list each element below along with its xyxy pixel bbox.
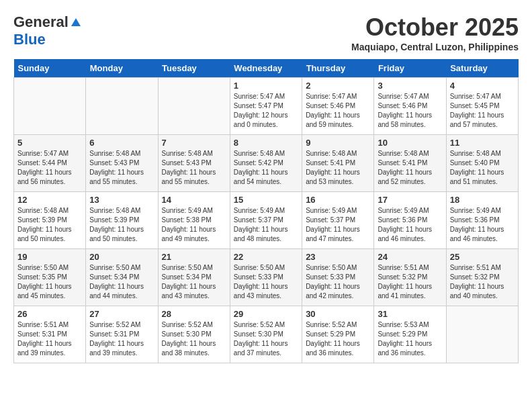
logo-arrow-icon [70,17,82,29]
day-number: 12 [17,195,82,205]
day-info: Sunrise: 5:49 AM Sunset: 5:38 PM Dayligh… [162,206,226,244]
calendar-table: SundayMondayTuesdayWednesdayThursdayFrid… [13,59,519,363]
calendar-week-2: 5Sunrise: 5:47 AM Sunset: 5:44 PM Daylig… [14,135,519,192]
day-info: Sunrise: 5:48 AM Sunset: 5:39 PM Dayligh… [89,206,154,244]
calendar-cell: 13Sunrise: 5:48 AM Sunset: 5:39 PM Dayli… [86,192,158,249]
calendar-cell: 9Sunrise: 5:48 AM Sunset: 5:41 PM Daylig… [302,135,374,192]
day-number: 24 [378,252,442,262]
day-info: Sunrise: 5:53 AM Sunset: 5:29 PM Dayligh… [378,320,442,358]
day-number: 3 [378,81,442,91]
day-number: 9 [306,138,370,148]
calendar-cell: 22Sunrise: 5:50 AM Sunset: 5:33 PM Dayli… [230,249,302,306]
day-number: 14 [162,195,226,205]
location: Maquiapo, Central Luzon, Philippines [351,42,519,52]
calendar-cell: 3Sunrise: 5:47 AM Sunset: 5:46 PM Daylig… [374,78,446,135]
calendar-cell: 26Sunrise: 5:51 AM Sunset: 5:31 PM Dayli… [14,306,86,363]
title-section: October 2025 Maquiapo, Central Luzon, Ph… [351,13,519,52]
calendar-cell: 17Sunrise: 5:49 AM Sunset: 5:36 PM Dayli… [374,192,446,249]
calendar-week-1: 1Sunrise: 5:47 AM Sunset: 5:47 PM Daylig… [14,78,519,135]
day-number: 4 [450,81,515,91]
logo-general: General [13,13,69,31]
day-number: 10 [378,138,442,148]
day-info: Sunrise: 5:48 AM Sunset: 5:41 PM Dayligh… [306,149,370,187]
day-info: Sunrise: 5:52 AM Sunset: 5:30 PM Dayligh… [162,320,226,358]
day-info: Sunrise: 5:49 AM Sunset: 5:37 PM Dayligh… [234,206,298,244]
day-number: 23 [306,252,370,262]
day-number: 11 [450,138,515,148]
day-info: Sunrise: 5:52 AM Sunset: 5:30 PM Dayligh… [234,320,298,358]
svg-marker-0 [71,18,81,26]
calendar-cell: 14Sunrise: 5:49 AM Sunset: 5:38 PM Dayli… [158,192,230,249]
day-header-sunday: Sunday [14,59,86,78]
calendar-cell: 15Sunrise: 5:49 AM Sunset: 5:37 PM Dayli… [230,192,302,249]
calendar-cell: 10Sunrise: 5:48 AM Sunset: 5:41 PM Dayli… [374,135,446,192]
day-info: Sunrise: 5:49 AM Sunset: 5:36 PM Dayligh… [378,206,442,244]
day-number: 29 [234,309,298,319]
day-number: 17 [378,195,442,205]
day-number: 31 [378,309,442,319]
calendar-header-row: SundayMondayTuesdayWednesdayThursdayFrid… [14,59,519,78]
day-number: 16 [306,195,370,205]
day-number: 25 [450,252,515,262]
calendar-cell: 4Sunrise: 5:47 AM Sunset: 5:45 PM Daylig… [446,78,518,135]
logo-blue: Blue [13,31,46,48]
day-header-wednesday: Wednesday [230,59,302,78]
calendar-cell: 19Sunrise: 5:50 AM Sunset: 5:35 PM Dayli… [14,249,86,306]
calendar-cell: 20Sunrise: 5:50 AM Sunset: 5:34 PM Dayli… [86,249,158,306]
calendar-cell: 21Sunrise: 5:50 AM Sunset: 5:34 PM Dayli… [158,249,230,306]
day-info: Sunrise: 5:51 AM Sunset: 5:31 PM Dayligh… [17,320,82,358]
calendar-week-5: 26Sunrise: 5:51 AM Sunset: 5:31 PM Dayli… [14,306,519,363]
day-info: Sunrise: 5:52 AM Sunset: 5:31 PM Dayligh… [89,320,154,358]
day-header-monday: Monday [86,59,158,78]
calendar-cell: 11Sunrise: 5:48 AM Sunset: 5:40 PM Dayli… [446,135,518,192]
day-info: Sunrise: 5:50 AM Sunset: 5:33 PM Dayligh… [306,263,370,301]
day-info: Sunrise: 5:47 AM Sunset: 5:46 PM Dayligh… [378,92,442,130]
calendar-cell: 28Sunrise: 5:52 AM Sunset: 5:30 PM Dayli… [158,306,230,363]
day-header-saturday: Saturday [446,59,518,78]
day-info: Sunrise: 5:51 AM Sunset: 5:32 PM Dayligh… [378,263,442,301]
day-info: Sunrise: 5:50 AM Sunset: 5:35 PM Dayligh… [17,263,82,301]
day-number: 1 [234,81,298,91]
day-info: Sunrise: 5:51 AM Sunset: 5:32 PM Dayligh… [450,263,515,301]
calendar-cell: 23Sunrise: 5:50 AM Sunset: 5:33 PM Dayli… [302,249,374,306]
calendar-cell: 16Sunrise: 5:49 AM Sunset: 5:37 PM Dayli… [302,192,374,249]
day-number: 22 [234,252,298,262]
calendar-week-3: 12Sunrise: 5:48 AM Sunset: 5:39 PM Dayli… [14,192,519,249]
day-number: 19 [17,252,82,262]
day-info: Sunrise: 5:48 AM Sunset: 5:41 PM Dayligh… [378,149,442,187]
calendar-cell: 18Sunrise: 5:49 AM Sunset: 5:36 PM Dayli… [446,192,518,249]
day-info: Sunrise: 5:48 AM Sunset: 5:40 PM Dayligh… [450,149,515,187]
day-number: 8 [234,138,298,148]
day-info: Sunrise: 5:47 AM Sunset: 5:44 PM Dayligh… [17,149,82,187]
calendar-cell: 24Sunrise: 5:51 AM Sunset: 5:32 PM Dayli… [374,249,446,306]
calendar-cell: 5Sunrise: 5:47 AM Sunset: 5:44 PM Daylig… [14,135,86,192]
day-number: 2 [306,81,370,91]
calendar-cell: 30Sunrise: 5:52 AM Sunset: 5:29 PM Dayli… [302,306,374,363]
day-info: Sunrise: 5:47 AM Sunset: 5:47 PM Dayligh… [234,92,298,130]
day-number: 27 [89,309,154,319]
calendar-cell: 27Sunrise: 5:52 AM Sunset: 5:31 PM Dayli… [86,306,158,363]
day-number: 21 [162,252,226,262]
calendar-cell: 29Sunrise: 5:52 AM Sunset: 5:30 PM Dayli… [230,306,302,363]
day-number: 7 [162,138,226,148]
calendar-cell: 6Sunrise: 5:48 AM Sunset: 5:43 PM Daylig… [86,135,158,192]
day-info: Sunrise: 5:50 AM Sunset: 5:34 PM Dayligh… [89,263,154,301]
day-info: Sunrise: 5:48 AM Sunset: 5:43 PM Dayligh… [162,149,226,187]
day-info: Sunrise: 5:49 AM Sunset: 5:36 PM Dayligh… [450,206,515,244]
calendar-cell: 7Sunrise: 5:48 AM Sunset: 5:43 PM Daylig… [158,135,230,192]
calendar-cell [86,78,158,135]
day-number: 18 [450,195,515,205]
day-info: Sunrise: 5:47 AM Sunset: 5:46 PM Dayligh… [306,92,370,130]
day-header-thursday: Thursday [302,59,374,78]
day-info: Sunrise: 5:48 AM Sunset: 5:43 PM Dayligh… [89,149,154,187]
day-number: 28 [162,309,226,319]
day-number: 5 [17,138,82,148]
day-number: 20 [89,252,154,262]
day-number: 30 [306,309,370,319]
month-title: October 2025 [351,13,519,42]
calendar-cell: 31Sunrise: 5:53 AM Sunset: 5:29 PM Dayli… [374,306,446,363]
calendar-cell [446,306,518,363]
day-number: 13 [89,195,154,205]
day-info: Sunrise: 5:49 AM Sunset: 5:37 PM Dayligh… [306,206,370,244]
day-info: Sunrise: 5:47 AM Sunset: 5:45 PM Dayligh… [450,92,515,130]
